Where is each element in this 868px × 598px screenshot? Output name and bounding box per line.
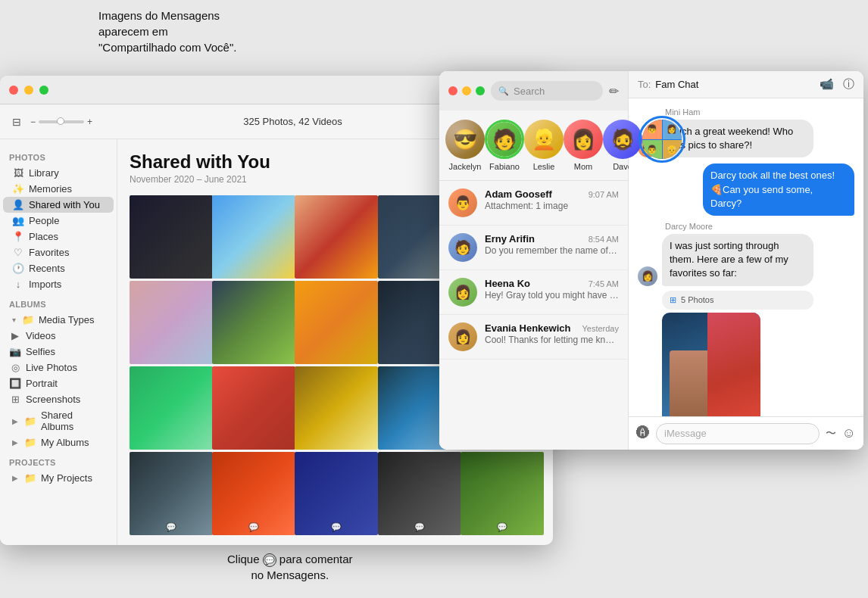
emoji-icon[interactable]: ☺ <box>842 425 856 441</box>
annotation-bottom: Clique 💬 para comentar no Mensagens. <box>227 551 353 583</box>
sidebar-item-favorites[interactable]: ♡ Favorites <box>3 244 114 260</box>
sidebar-item-label: Shared with You <box>29 199 100 210</box>
sidebar-section-projects: Projects <box>0 450 117 470</box>
attachment-label: 5 Photos <box>681 295 713 304</box>
conv-time: 8:54 AM <box>589 235 619 244</box>
sidebar-item-live-photos[interactable]: ◎ Live Photos <box>3 360 114 375</box>
audio-icon[interactable]: 〜 <box>826 427 836 441</box>
comment-icon[interactable]: 💬 <box>497 522 507 532</box>
zoom-plus-icon[interactable]: + <box>87 117 92 127</box>
photo-thumbnail[interactable] <box>662 313 760 417</box>
fabiano-avatar: 🧑 <box>485 120 524 159</box>
new-message-button[interactable]: ✏ <box>609 84 619 98</box>
sidebar-item-label: Media Types <box>39 314 94 325</box>
conversation-erny[interactable]: 🧑 Erny Arifin 8:54 AM Do you remember th… <box>439 226 628 270</box>
sidebar-item-portrait[interactable]: 🔲 Portrait <box>3 375 114 391</box>
pinned-contact-mom[interactable]: 👩 Mom <box>564 120 603 171</box>
message-group-darcy: Darcy Moore 👩 I was just sorting through… <box>638 222 854 416</box>
sidebar-item-videos[interactable]: ▶ Videos <box>3 328 114 344</box>
evania-avatar: 👩 <box>448 322 477 351</box>
pinned-contact-leslie[interactable]: 👱 Leslie <box>524 120 564 171</box>
pinned-contact-fabiano[interactable]: 🧑 Fabiano <box>485 120 524 171</box>
photo-cell[interactable] <box>295 281 378 364</box>
zoom-control[interactable]: − + <box>30 117 92 127</box>
video-call-icon[interactable]: 📹 <box>820 77 834 92</box>
sidebar-item-label: Places <box>29 231 58 242</box>
apps-icon[interactable]: 🅐 <box>636 425 650 441</box>
photos-attachment[interactable]: ⊞ 5 Photos <box>662 291 813 310</box>
conversation-adam[interactable]: 👨 Adam Gooseff 9:07 AM Attachment: 1 ima… <box>439 181 628 226</box>
messages-close-button[interactable] <box>448 86 457 95</box>
messages-maximize-button[interactable] <box>476 86 485 95</box>
photo-cell[interactable] <box>130 366 213 450</box>
conv-preview: Attachment: 1 image <box>485 201 619 211</box>
photo-cell[interactable] <box>130 281 213 364</box>
chat-input-area: 🅐 iMessage 〜 ☺ <box>629 416 863 450</box>
message-row-outgoing: Darcy took all the best ones! 🍕Can you s… <box>638 164 854 216</box>
places-icon: 📍 <box>12 231 24 242</box>
photo-cell[interactable] <box>130 195 213 279</box>
photo-cell[interactable]: 💬 <box>378 452 461 535</box>
message-input[interactable]: iMessage <box>656 423 820 444</box>
expand-icon: ▾ <box>12 316 16 324</box>
sidebar-item-my-projects[interactable]: ▶ 📁 My Projects <box>3 470 114 486</box>
message-row: 👩 I was just sorting through them. Here … <box>638 234 854 286</box>
messages-minimize-button[interactable] <box>462 86 471 95</box>
videos-icon: ▶ <box>9 330 21 341</box>
messages-sidebar: 🔍 Search ✏ 😎 Jackelyn 🧑 <box>439 71 629 450</box>
contact-name: Jackelyn <box>449 162 482 171</box>
conv-info: Adam Gooseff 9:07 AM Attachment: 1 image <box>485 188 619 211</box>
sidebar-item-places[interactable]: 📍 Places <box>3 229 114 244</box>
photo-cell[interactable] <box>212 281 295 364</box>
expand-icon: ▶ <box>12 474 18 482</box>
sidebar-item-label: Library <box>29 167 59 179</box>
sidebar-item-label: Imports <box>29 279 61 290</box>
photo-cell[interactable] <box>295 366 378 450</box>
sidebar-item-shared-albums[interactable]: ▶ 📁 Shared Albums <box>3 407 114 434</box>
sidebar-item-screenshots[interactable]: ⊞ Screenshots <box>3 391 114 407</box>
comment-icon[interactable]: 💬 <box>248 522 259 532</box>
photo-count: 325 Photos, 42 Videos <box>101 116 484 127</box>
conversation-evania[interactable]: 👩 Evania Henkewich Yesterday Cool! Thank… <box>439 315 628 360</box>
photo-cell[interactable] <box>212 195 295 279</box>
sidebar-item-memories[interactable]: ✨ Memories <box>3 181 114 197</box>
conversation-heena[interactable]: 👩 Heena Ko 7:45 AM Hey! Gray told you mi… <box>439 270 628 315</box>
folder-icon: 📁 <box>22 314 34 325</box>
photo-cell[interactable] <box>212 366 295 450</box>
maximize-button[interactable] <box>39 86 48 95</box>
to-icons: 📹 ⓘ <box>820 77 854 92</box>
chat-recipient: Fam Chat <box>655 79 698 90</box>
sidebar-toggle-icon[interactable]: ⊟ <box>12 116 21 128</box>
photo-cell[interactable]: 💬 <box>295 452 378 535</box>
conv-preview: Cool! Thanks for letting me know. <box>485 335 619 345</box>
photo-cell[interactable] <box>295 195 378 279</box>
photo-cell[interactable]: 💬 <box>130 452 213 535</box>
sidebar-section-albums: Albums <box>0 292 117 312</box>
conv-info: Evania Henkewich Yesterday Cool! Thanks … <box>485 322 619 345</box>
sidebar-item-shared-with-you[interactable]: 👤 Shared with You <box>3 197 114 213</box>
messages-search-bar[interactable]: 🔍 Search <box>491 81 603 101</box>
sidebar-item-media-types[interactable]: ▾ 📁 Media Types <box>3 312 114 328</box>
to-field: To: Fam Chat 📹 ⓘ <box>629 71 863 98</box>
contact-name: Fabiano <box>489 162 520 171</box>
photo-cell[interactable]: 💬 <box>212 452 295 535</box>
sidebar-item-my-albums[interactable]: ▶ 📁 My Albums <box>3 434 114 450</box>
sidebar-item-imports[interactable]: ↓ Imports <box>3 276 114 292</box>
pinned-contact-jackelyn[interactable]: 😎 Jackelyn <box>445 120 485 171</box>
sidebar-item-people[interactable]: 👥 People <box>3 213 114 229</box>
comment-icon[interactable]: 💬 <box>166 522 176 532</box>
sidebar-item-selfies[interactable]: 📷 Selfies <box>3 344 114 360</box>
info-icon[interactable]: ⓘ <box>843 77 854 92</box>
zoom-minus-icon[interactable]: − <box>30 117 36 127</box>
close-button[interactable] <box>9 86 18 95</box>
sidebar-item-label: Selfies <box>26 346 55 357</box>
comment-icon[interactable]: 💬 <box>331 522 342 532</box>
comment-icon[interactable]: 💬 <box>414 522 425 532</box>
sidebar-item-recents[interactable]: 🕐 Recents <box>3 260 114 276</box>
conv-info: Erny Arifin 8:54 AM Do you remember the … <box>485 233 619 256</box>
photo-cell[interactable]: 💬 <box>461 452 544 535</box>
sidebar-item-library[interactable]: 🖼 Library <box>3 165 114 181</box>
conv-info: Heena Ko 7:45 AM Hey! Gray told you migh… <box>485 278 619 301</box>
annotation-top: Imagens do Mensagens aparecem em "Compar… <box>98 8 236 55</box>
minimize-button[interactable] <box>24 86 33 95</box>
